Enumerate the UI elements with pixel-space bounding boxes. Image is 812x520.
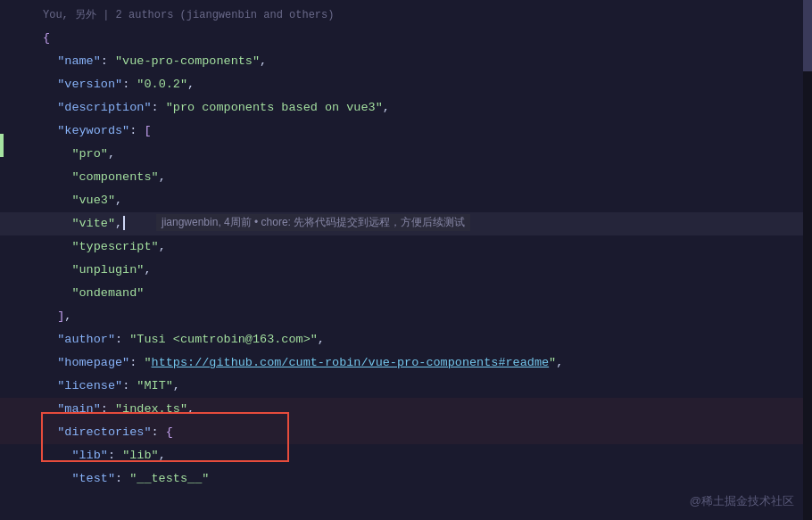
line-content: "author": "Tusi <cumtrobin@163.com>", xyxy=(43,328,325,351)
code-line-pro: "pro", xyxy=(0,143,812,166)
line-content: "typescript", xyxy=(43,235,166,259)
code-line-unplugin: "unplugin", xyxy=(0,259,812,282)
git-tooltip: jiangwenbin, 4周前 • chore: 先将代码提交到远程，方便后续… xyxy=(156,214,470,231)
scrollbar-thumb[interactable] xyxy=(803,0,812,71)
code-line-keywords: "keywords": [ xyxy=(0,120,812,143)
line-content: "description": "pro components based on … xyxy=(43,96,390,120)
meta-text: You, 另外 | 2 authors (jiangwenbin and oth… xyxy=(43,4,334,27)
watermark: @稀土掘金技术社区 xyxy=(690,493,794,509)
line-content: ], xyxy=(43,305,71,328)
line-content: "homepage": "https://github.com/cumt-rob… xyxy=(43,351,563,375)
code-line-directories: "directories": { xyxy=(0,421,812,444)
line-content: "keywords": [ xyxy=(43,120,152,143)
line-content: "main": "index.ts", xyxy=(43,398,195,421)
code-line-name: "name": "vue-pro-components", xyxy=(0,50,812,73)
code-line-close-bracket: ], xyxy=(0,305,812,328)
code-line-typescript: "typescript", xyxy=(0,235,812,259)
code-line-open-brace: { xyxy=(0,27,812,50)
line-content: "lib": "lib", xyxy=(43,444,166,467)
code-line-lib: "lib": "lib", xyxy=(0,444,812,467)
line-content: "test": "__tests__" xyxy=(43,467,209,491)
code-line-main: "main": "index.ts", xyxy=(0,398,812,421)
code-line-test: "test": "__tests__" xyxy=(0,467,812,491)
line-content: "components", xyxy=(43,166,166,189)
code-line-homepage: "homepage": "https://github.com/cumt-rob… xyxy=(0,351,812,375)
code-line-components: "components", xyxy=(0,166,812,189)
line-content: { xyxy=(43,27,50,50)
line-content: "vue3", xyxy=(43,189,122,212)
code-area: You, 另外 | 2 authors (jiangwenbin and oth… xyxy=(0,0,812,520)
line-content: "version": "0.0.2", xyxy=(43,73,195,96)
left-change-indicator xyxy=(0,134,4,157)
editor-container: You, 另外 | 2 authors (jiangwenbin and oth… xyxy=(0,0,812,520)
code-line-vite: "vite", jiangwenbin, 4周前 • chore: 先将代码提交… xyxy=(0,212,812,235)
code-line-version: "version": "0.0.2", xyxy=(0,73,812,96)
code-line-license: "license": "MIT", xyxy=(0,375,812,398)
code-line-description: "description": "pro components based on … xyxy=(0,96,812,120)
code-line-ondemand: "ondemand" xyxy=(0,282,812,305)
line-content: "pro", xyxy=(43,143,115,166)
line-content: "license": "MIT", xyxy=(43,375,180,398)
meta-line: You, 另外 | 2 authors (jiangwenbin and oth… xyxy=(0,4,812,27)
code-line-vue3: "vue3", xyxy=(0,189,812,212)
line-content: "ondemand" xyxy=(43,282,144,305)
line-content: "name": "vue-pro-components", xyxy=(43,50,267,73)
line-content: "directories": { xyxy=(43,421,173,444)
scrollbar[interactable] xyxy=(803,0,812,520)
line-content: "unplugin", xyxy=(43,259,152,282)
code-line-author: "author": "Tusi <cumtrobin@163.com>", xyxy=(0,328,812,351)
line-content: "vite", xyxy=(43,212,125,235)
